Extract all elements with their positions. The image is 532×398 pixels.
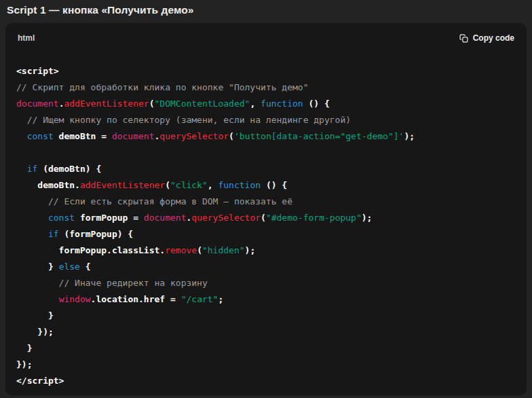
code-line: const formPopup = document.querySelector… bbox=[16, 210, 516, 226]
code-line: } else { bbox=[16, 259, 516, 275]
code-line: if (formPopup) { bbox=[16, 226, 516, 242]
code-line: }); bbox=[16, 324, 516, 340]
code-block-header: html Copy code bbox=[5, 23, 527, 49]
code-line: document.addEventListener("DOMContentLoa… bbox=[16, 96, 516, 112]
code-line: <script> bbox=[16, 63, 516, 79]
copy-icon bbox=[459, 34, 468, 43]
code-line: }); bbox=[16, 357, 516, 373]
code-line: // Ищем кнопку по селектору (замени, есл… bbox=[16, 112, 516, 128]
code-content: <script>// Скрипт для обработки клика по… bbox=[5, 49, 527, 395]
code-line: } bbox=[16, 308, 516, 324]
code-line: </script> bbox=[16, 373, 516, 389]
language-label: html bbox=[18, 33, 35, 43]
code-line: demoBtn.addEventListener("click", functi… bbox=[16, 177, 516, 194]
page-title: Script 1 — кнопка «Получить демо» bbox=[7, 4, 194, 16]
code-line bbox=[16, 145, 516, 161]
code-line: // Иначе редирект на корзину bbox=[16, 275, 516, 291]
copy-code-button[interactable]: Copy code bbox=[459, 33, 514, 43]
code-line: window.location.href = "/cart"; bbox=[16, 291, 516, 308]
code-line: formPopup.classList.remove("hidden"); bbox=[16, 242, 516, 259]
code-line: // Если есть скрытая форма в DOM — показ… bbox=[16, 194, 516, 210]
copy-code-label: Copy code bbox=[473, 33, 514, 43]
code-line: if (demoBtn) { bbox=[16, 161, 516, 177]
code-block: html Copy code <script>// Скрипт для обр… bbox=[5, 23, 527, 395]
code-line: // Скрипт для обработки клика по кнопке … bbox=[16, 79, 516, 96]
code-line: const demoBtn = document.querySelector('… bbox=[16, 128, 516, 145]
code-line: } bbox=[16, 340, 516, 357]
